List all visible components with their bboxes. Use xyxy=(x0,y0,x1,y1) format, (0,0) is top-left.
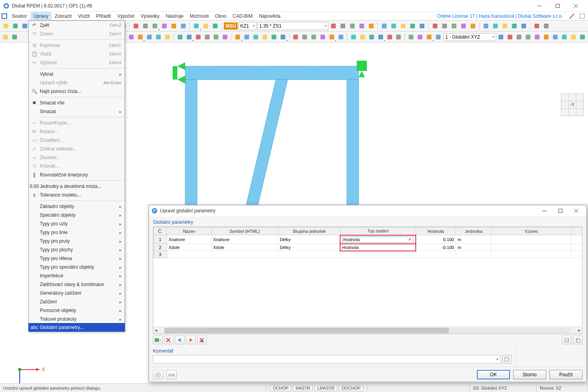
window-minimize-button[interactable] xyxy=(530,0,549,12)
menu-item-tiskov-protokoly[interactable]: Tiskové protokoly▸ xyxy=(29,315,125,323)
tb2-btn-8[interactable] xyxy=(194,33,202,41)
tb1-btn-13[interactable] xyxy=(132,22,140,30)
tb2-btn-2[interactable]: ▾ xyxy=(136,33,144,41)
tb2-left-0[interactable] xyxy=(2,33,10,41)
tb2-right-1[interactable] xyxy=(506,33,514,41)
export-button[interactable] xyxy=(562,336,571,344)
col-6[interactable]: Jednotka xyxy=(456,227,491,235)
tb1-right-btn-13[interactable] xyxy=(459,22,468,30)
tb2-btn-9[interactable] xyxy=(203,33,211,41)
menu-item-gener-tory-zat-en-[interactable]: Generátory zatížení▸ xyxy=(29,289,125,297)
menu-item-jednotky-a-desetinn-m-sta-[interactable]: 0,00Jednotky a desetinná místa... xyxy=(29,182,125,191)
menu-item-rovnob-n-linie-pruty[interactable]: ∥Rovnoběžné linie/pruty xyxy=(29,171,125,179)
comment-input[interactable]: ▾ xyxy=(153,355,501,364)
col-8[interactable]: Min xyxy=(571,227,582,235)
menu-item-typy-pro-linie[interactable]: Typy pro linie▸ xyxy=(29,228,125,237)
tb2-btn-23[interactable] xyxy=(337,33,345,41)
tb1-btn-2[interactable] xyxy=(20,22,29,30)
tb1-right-btn-14[interactable] xyxy=(469,22,477,30)
tb2-right-6[interactable] xyxy=(551,33,559,41)
table-row[interactable]: 2XdoleXdoleDélkyHodnota-0.100m xyxy=(154,244,582,251)
tb1-btn-16[interactable] xyxy=(160,22,169,30)
tb2-btn-28[interactable] xyxy=(385,33,394,41)
tb2-btn-31[interactable] xyxy=(416,33,424,41)
tb2-btn-19[interactable] xyxy=(301,33,309,41)
tb1-right-btn-5[interactable] xyxy=(380,22,389,30)
tb2-btn-25[interactable] xyxy=(358,33,367,41)
kz-desc-combo[interactable]: 1.35 * ZS1▾ xyxy=(257,22,328,30)
parameters-table[interactable]: Č.NázevSymbol (HTML)Skupina jednotekTyp … xyxy=(153,227,582,334)
tb1-btn-17[interactable] xyxy=(169,22,178,30)
tb2-btn-29[interactable] xyxy=(394,33,403,41)
dialog-titlebar[interactable]: P Upravit globální parametry — xyxy=(149,205,586,216)
tb2-left-1[interactable] xyxy=(11,33,19,41)
menu-výsledky[interactable]: Výsledky xyxy=(138,12,163,20)
license-info[interactable]: Online License 17 | Hana Karoušová | Dlu… xyxy=(437,12,566,20)
tb2-btn-14[interactable] xyxy=(252,33,260,41)
add-row-button[interactable]: + xyxy=(153,336,162,344)
typ-zadani-cell[interactable]: Hodnota▾ xyxy=(340,235,416,244)
dialog-close-button[interactable] xyxy=(568,206,584,216)
menu-item-glob-ln-parametry-[interactable]: abcGlobální parametry... xyxy=(28,323,125,332)
col-7[interactable]: Vzorec xyxy=(491,227,571,235)
tb2-btn-30[interactable] xyxy=(407,33,415,41)
menu-item-zp-t[interactable]: ↶ZpětCtrl+Z xyxy=(29,21,125,30)
menu-soubor[interactable]: Soubor xyxy=(9,12,30,20)
menu-item-naj-t-pomoc-sla-[interactable]: 🔍Najít pomocí čísla... xyxy=(29,87,125,96)
tb1-btn-15[interactable]: ▾ xyxy=(151,22,159,30)
tb1-right-btn-10[interactable] xyxy=(431,22,439,30)
tb2-btn-16[interactable] xyxy=(270,33,278,41)
menu-item-zat-en-[interactable]: Zatížení▸ xyxy=(29,297,125,306)
tb2-btn-13[interactable] xyxy=(243,33,251,41)
col-3[interactable]: Skupina jednotek xyxy=(278,227,340,235)
tb1-right-btn-17[interactable] xyxy=(501,22,509,30)
copy-table-button[interactable] xyxy=(573,336,582,344)
ok-button[interactable]: OK xyxy=(477,370,510,379)
col-5[interactable]: Hodnota xyxy=(416,227,456,235)
menu-přiřadit[interactable]: Přiřadit xyxy=(93,12,114,20)
delete-row-button[interactable] xyxy=(164,336,173,344)
tb2-btn-1[interactable] xyxy=(127,33,135,41)
tb2-right-4[interactable] xyxy=(533,33,541,41)
tb2-btn-7[interactable]: ▾ xyxy=(185,33,193,41)
tb1-btn-21[interactable] xyxy=(211,22,220,30)
menu-úpravy[interactable]: Úpravy xyxy=(30,12,52,20)
tb2-right-3[interactable] xyxy=(524,33,532,41)
tb1-btn-18[interactable] xyxy=(179,22,188,30)
window-maximize-button[interactable] xyxy=(549,0,567,12)
tb1-right-btn-3[interactable] xyxy=(357,22,366,30)
dialog-maximize-button[interactable] xyxy=(553,206,568,216)
col-2[interactable]: Symbol (HTML) xyxy=(211,227,278,235)
snap-rastr[interactable]: RASTR xyxy=(293,385,313,391)
menu-item-pomocn-objekty[interactable]: Pomocné objekty▸ xyxy=(29,306,125,315)
menu-item-smazat[interactable]: Smazat▸ xyxy=(29,107,125,116)
tb1-right-btn-20[interactable] xyxy=(532,22,541,30)
tb2-btn-4[interactable] xyxy=(154,33,162,41)
tb1-right-btn-7[interactable] xyxy=(399,22,408,30)
tb1-btn-14[interactable] xyxy=(141,22,150,30)
tb2-right-9[interactable] xyxy=(578,33,586,41)
menu-možnosti[interactable]: Možnosti xyxy=(187,12,212,20)
tb2-btn-24[interactable] xyxy=(349,33,357,41)
tb1-right-btn-4[interactable] xyxy=(367,22,376,30)
tb1-right-btn-0[interactable] xyxy=(329,22,338,30)
table-row[interactable]: 1XnahoreXnahoreDélkyHodnota▾0.100m xyxy=(154,235,582,244)
dialog-minimize-button[interactable]: — xyxy=(537,206,553,216)
navigation-cube[interactable]: -Y xyxy=(560,92,585,117)
help-button[interactable] xyxy=(153,370,163,379)
tb2-btn-32[interactable]: ▾ xyxy=(425,33,434,41)
menu-okno[interactable]: Okno xyxy=(212,12,230,20)
cancel-button[interactable]: Storno xyxy=(513,370,546,379)
tb1-btn-0[interactable] xyxy=(2,22,10,30)
col-4[interactable]: Typ zadání xyxy=(340,227,416,235)
tb1-right-btn-16[interactable] xyxy=(491,22,500,30)
menu-zobrazit[interactable]: Zobrazit xyxy=(52,12,75,20)
tb1-right-btn-9[interactable] xyxy=(418,22,426,30)
tb1-btn-20[interactable] xyxy=(201,22,210,30)
tb2-btn-21[interactable] xyxy=(318,33,327,41)
menu-item-zat-ovac-stavy-kombinace[interactable]: Zatěžovací stavy & kombinace▸ xyxy=(29,280,125,289)
tb2-btn-15[interactable] xyxy=(261,33,269,41)
tb2-btn-22[interactable]: ▾ xyxy=(327,33,336,41)
tb2-btn-5[interactable] xyxy=(163,33,171,41)
menu-item-typy-pro-plochy[interactable]: Typy pro plochy▸ xyxy=(29,245,125,254)
